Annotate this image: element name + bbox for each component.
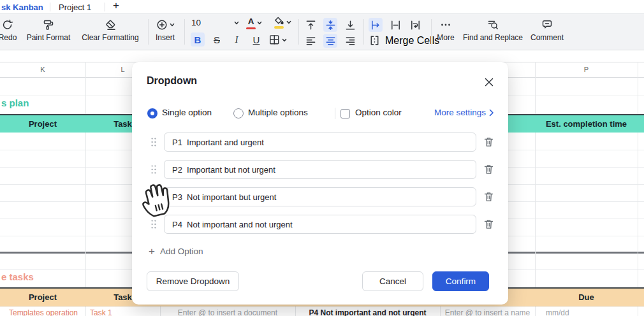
column-header-k[interactable]: K [0, 66, 85, 73]
chevron-down-icon [281, 37, 288, 43]
trash-icon[interactable] [483, 191, 494, 205]
toolbar-divider [184, 19, 185, 45]
text-wrap-icon [409, 19, 421, 31]
overdue-section-title: e tasks [1, 271, 34, 282]
header-cell-project[interactable]: Project [0, 115, 85, 133]
font-color-button[interactable]: A [246, 17, 263, 29]
text-wrap-button[interactable] [408, 18, 422, 32]
font-color-icon: A [246, 17, 256, 29]
sheet-tab-bar: sk Kanban Project 1 + [0, 0, 644, 14]
redo-label: Redo [0, 33, 17, 42]
option-color-checkbox[interactable] [340, 109, 350, 118]
cell-doc-placeholder[interactable]: Enter @ to insert a document [160, 308, 295, 316]
option-row-1 [132, 133, 508, 152]
fill-color-button[interactable] [273, 17, 292, 29]
cell-priority-value[interactable]: P4 Not important and not urgent [295, 308, 440, 316]
chevron-right-icon [489, 109, 494, 117]
insert-button[interactable]: Insert [150, 18, 180, 42]
align-middle-button[interactable] [323, 18, 337, 32]
insert-icon [156, 18, 175, 31]
option-input[interactable] [164, 160, 476, 179]
align-left-button[interactable] [304, 34, 318, 48]
align-top-icon [305, 19, 317, 31]
add-sheet-button[interactable]: + [113, 0, 119, 12]
gridline [638, 62, 638, 316]
toolbar-divider [431, 19, 432, 45]
font-size-select[interactable]: 10 [191, 18, 240, 27]
column-header-p[interactable]: P [535, 66, 638, 73]
add-option-button[interactable]: + Add Option [149, 247, 203, 256]
spreadsheet-app: sk Kanban Project 1 + Redo Paint Format … [0, 0, 644, 316]
paint-format-button[interactable]: Paint Format [25, 18, 72, 42]
confirm-button[interactable]: Confirm [432, 271, 489, 291]
clear-formatting-label: Clear Formatting [82, 33, 138, 42]
cell-project-value[interactable]: Templates operation [3, 308, 84, 316]
chevron-down-icon [256, 20, 263, 26]
strikethrough-label: S [214, 34, 220, 45]
multiple-options-radio[interactable] [233, 108, 244, 118]
gridline [85, 62, 86, 316]
tab-project-1-label: Project 1 [59, 3, 91, 12]
bold-label: B [194, 34, 201, 45]
tab-task-kanban[interactable]: sk Kanban [1, 0, 43, 14]
single-option-label: Single option [162, 108, 212, 117]
find-and-replace-button[interactable]: Find and Replace [461, 18, 525, 42]
close-icon[interactable] [484, 77, 494, 87]
borders-button[interactable] [268, 34, 288, 46]
dialog-title: Dropdown [147, 75, 197, 87]
tab-task-kanban-label: sk Kanban [1, 3, 43, 12]
single-option-radio[interactable] [147, 108, 157, 118]
more-button[interactable]: More [435, 18, 456, 42]
align-top-button[interactable] [304, 18, 318, 32]
clear-formatting-icon [104, 18, 117, 31]
header-cell-project[interactable]: Project [0, 289, 85, 306]
fill-color-icon [273, 17, 285, 29]
header-cell-due[interactable]: Due [535, 289, 638, 306]
underline-button[interactable]: U [249, 32, 263, 47]
find-and-replace-icon [487, 18, 499, 31]
drag-handle-icon[interactable] [150, 164, 157, 177]
drag-handle-icon[interactable] [150, 137, 157, 150]
more-settings-link[interactable]: More settings [434, 108, 494, 117]
align-bottom-icon [344, 19, 356, 31]
redo-button[interactable]: Redo [0, 18, 24, 42]
comment-button[interactable]: Comment [528, 18, 566, 42]
merge-cells-icon [369, 34, 381, 47]
text-clip-button[interactable] [388, 18, 402, 32]
header-cell-est-completion[interactable]: Est. completion time [535, 115, 638, 133]
text-overflow-icon [370, 19, 382, 31]
remove-dropdown-button[interactable]: Remove Dropdown [147, 271, 239, 291]
cell-name-placeholder[interactable]: Enter @ to insert a name [440, 308, 535, 316]
tab-divider [50, 3, 50, 11]
trash-icon[interactable] [483, 136, 494, 150]
italic-label: I [235, 34, 238, 45]
align-right-icon [344, 35, 356, 47]
option-input[interactable] [164, 133, 476, 152]
redo-icon [1, 18, 14, 31]
insert-label: Insert [156, 33, 175, 42]
option-input[interactable] [164, 215, 476, 234]
plus-icon: + [113, 0, 119, 11]
merge-cells-button[interactable]: Merge Cells [369, 34, 439, 47]
align-center-button[interactable] [323, 34, 337, 48]
cancel-label: Cancel [379, 276, 406, 286]
remove-dropdown-label: Remove Dropdown [156, 276, 230, 286]
text-overflow-button[interactable] [369, 18, 383, 32]
option-row-3 [132, 187, 508, 206]
strikethrough-button[interactable]: S [210, 32, 224, 47]
align-right-button[interactable] [343, 34, 357, 48]
confirm-label: Confirm [446, 276, 476, 286]
find-and-replace-label: Find and Replace [463, 33, 523, 42]
cell-task-value[interactable]: Task 1 [90, 308, 112, 316]
cancel-button[interactable]: Cancel [362, 271, 423, 291]
italic-button[interactable]: I [230, 32, 244, 47]
bold-button[interactable]: B [191, 32, 205, 47]
trash-icon[interactable] [483, 219, 494, 233]
underline-label: U [253, 34, 260, 45]
option-input[interactable] [164, 187, 476, 206]
clear-formatting-button[interactable]: Clear Formatting [79, 18, 142, 42]
tab-project-1[interactable]: Project 1 [59, 0, 91, 14]
trash-icon[interactable] [483, 164, 494, 178]
cell-due-placeholder[interactable]: mm/dd [546, 308, 569, 316]
align-bottom-button[interactable] [343, 18, 357, 32]
